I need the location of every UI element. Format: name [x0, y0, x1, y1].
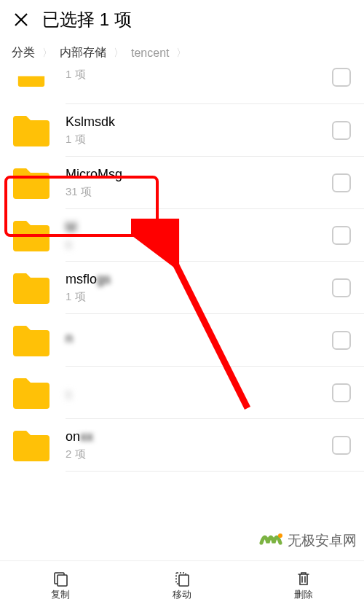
item-name: MicroMsg: [66, 167, 332, 183]
header: 已选择 1 项: [0, 0, 364, 41]
item-count: 1 项: [66, 133, 332, 146]
trash-icon: [296, 571, 312, 587]
move-button[interactable]: 移动: [122, 561, 243, 610]
item-count: 5: [66, 388, 332, 401]
item-count: 1 项: [66, 290, 332, 304]
list-item[interactable]: Kslmsdk 1 项: [0, 104, 364, 157]
breadcrumb-item[interactable]: tencent: [131, 47, 169, 60]
svg-rect-7: [179, 575, 189, 586]
folder-list: 1 项 Kslmsdk 1 项 MicroMsg 31 项 M: [0, 68, 364, 472]
checkbox[interactable]: [332, 173, 351, 192]
checkbox[interactable]: [332, 436, 351, 455]
checkbox[interactable]: [332, 68, 351, 87]
watermark: 无极安卓网: [258, 528, 357, 553]
item-name: M: [66, 220, 332, 236]
list-item[interactable]: onxx 2 项: [0, 419, 364, 472]
checkbox[interactable]: [332, 121, 351, 140]
list-item[interactable]: msflogs 1 项: [0, 262, 364, 314]
chevron-right-icon: 〉: [114, 47, 124, 60]
folder-icon: [12, 114, 51, 146]
list-item[interactable]: M 6: [0, 209, 364, 262]
list-item[interactable]: MicroMsg 31 项: [0, 157, 364, 209]
breadcrumb-item[interactable]: 分类: [12, 45, 35, 60]
move-icon: [174, 571, 190, 587]
folder-icon: [12, 377, 51, 409]
folder-icon: [12, 167, 51, 199]
item-count: 1 项: [66, 68, 332, 82]
item-count: 6: [66, 238, 332, 251]
item-count: 31 项: [66, 185, 332, 199]
folder-icon: [12, 429, 51, 461]
folder-icon: [12, 324, 51, 356]
copy-label: 复制: [51, 588, 70, 601]
svg-rect-5: [58, 575, 67, 586]
checkbox[interactable]: [332, 331, 351, 350]
page-title: 已选择 1 项: [42, 8, 132, 31]
delete-label: 删除: [294, 588, 313, 601]
folder-icon: [12, 219, 51, 251]
breadcrumb-item[interactable]: 内部存储: [60, 45, 106, 60]
chevron-right-icon: 〉: [42, 47, 52, 60]
list-item[interactable]: n: [0, 314, 364, 367]
delete-button[interactable]: 删除: [242, 561, 364, 610]
item-name: n: [66, 331, 332, 347]
copy-button[interactable]: 复制: [0, 561, 122, 610]
bottom-toolbar: 复制 移动 删除: [0, 560, 364, 610]
list-item[interactable]: 1 项: [0, 68, 364, 104]
close-icon[interactable]: [13, 12, 29, 28]
list-item[interactable]: 5: [0, 367, 364, 419]
item-name: Kslmsdk: [66, 114, 332, 130]
item-name: msflogs: [66, 272, 332, 288]
svg-point-3: [278, 533, 282, 538]
watermark-text: 无极安卓网: [288, 531, 357, 550]
folder-icon: [12, 272, 51, 304]
item-name: onxx: [66, 429, 332, 445]
copy-icon: [52, 571, 68, 587]
watermark-logo-icon: [258, 528, 283, 553]
checkbox[interactable]: [332, 278, 351, 297]
folder-icon: [12, 63, 51, 87]
checkbox[interactable]: [332, 226, 351, 245]
item-count: 2 项: [66, 447, 332, 461]
chevron-right-icon: 〉: [176, 47, 186, 60]
move-label: 移动: [173, 588, 191, 601]
checkbox[interactable]: [332, 383, 351, 402]
breadcrumb: 分类 〉 内部存储 〉 tencent 〉: [0, 41, 364, 68]
